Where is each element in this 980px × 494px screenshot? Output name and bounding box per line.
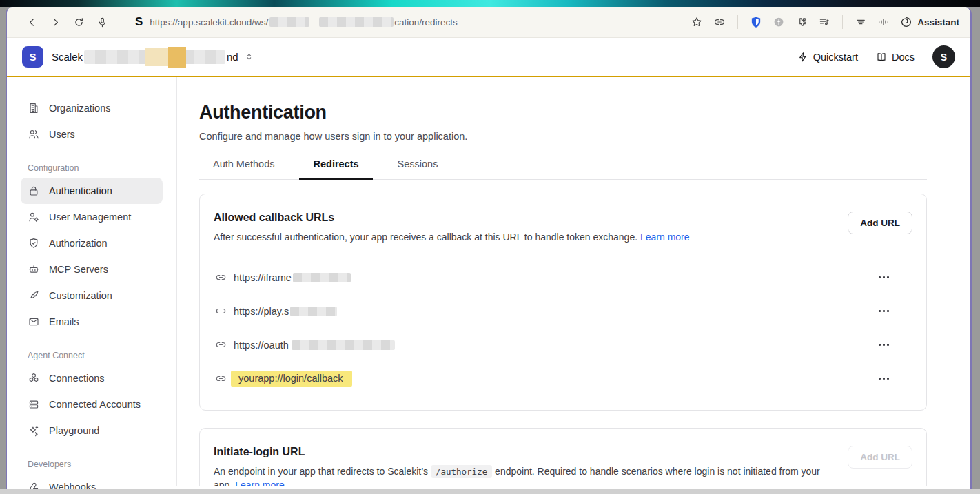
forward-icon	[50, 17, 61, 28]
playlist-icon	[818, 16, 830, 28]
copy-link-button[interactable]	[711, 13, 728, 31]
link-icon	[214, 305, 227, 318]
learn-more-link[interactable]: Learn more	[640, 231, 690, 243]
back-icon	[26, 17, 38, 28]
learn-more-link[interactable]: Learn more	[235, 480, 285, 486]
workspace-name-prefix: Scalek	[52, 51, 83, 63]
sidebar-item-emails[interactable]: Emails	[21, 309, 163, 335]
password-manager-extension-button[interactable]	[747, 13, 765, 31]
workspace-name-redacted	[84, 50, 225, 64]
assistant-swirl-icon	[900, 16, 912, 28]
sidebar-item-authorization[interactable]: Authorization	[21, 230, 163, 256]
callback-url-list: https://iframe https://play.s https://oa…	[214, 260, 912, 395]
webhook-icon	[28, 481, 40, 489]
url-redacted-segment	[292, 340, 395, 350]
tab-redirects[interactable]: Redirects	[299, 158, 372, 180]
sidebar-item-organizations[interactable]: Organizations	[21, 95, 163, 121]
link-icon	[713, 16, 726, 28]
sidebar-item-mcp-servers[interactable]: MCP Servers	[21, 256, 163, 282]
sidebar-item-connections[interactable]: Connections	[21, 365, 163, 391]
callback-url-row: https://oauth	[214, 328, 912, 362]
sidebar-item-user-management[interactable]: User Management	[21, 204, 163, 230]
link-icon	[214, 372, 227, 386]
waveform-icon	[877, 16, 890, 28]
url-row-menu-button[interactable]	[875, 306, 893, 316]
card-title: Allowed callback URLs	[214, 212, 690, 224]
bookmark-button[interactable]	[688, 13, 706, 31]
url-row-menu-button[interactable]	[875, 272, 893, 282]
quickstart-label: Quickstart	[813, 52, 858, 63]
callback-url-row: https://play.s	[214, 294, 912, 328]
sidebar-item-playground[interactable]: Playground	[21, 418, 163, 444]
lightning-icon	[797, 52, 808, 63]
forward-button[interactable]	[45, 12, 65, 32]
initiate-login-url-card: Initiate-login URL An endpoint in your a…	[199, 428, 927, 486]
assistant-button[interactable]: Assistant	[900, 16, 959, 28]
app-header: S Scalek nd Quickstart Docs S	[7, 38, 970, 77]
sidebar-item-users[interactable]: Users	[21, 121, 163, 147]
sidebar: Organizations Users Configuration Authen…	[7, 77, 177, 486]
sidebar-item-label: User Management	[49, 212, 131, 223]
quickstart-button[interactable]: Quickstart	[797, 52, 858, 63]
docs-button[interactable]: Docs	[876, 52, 915, 63]
workspace-name-suffix: nd	[227, 51, 238, 63]
browser-toolbar: S https://app.scalekit.cloud/ws/ cation/…	[7, 7, 970, 38]
stack-icon	[28, 398, 40, 411]
callback-url-row: https://iframe	[214, 260, 912, 294]
url-redacted-segment	[293, 273, 351, 282]
building-icon	[28, 102, 40, 114]
sidebar-section-configuration: Configuration	[21, 158, 163, 178]
main-content: Authentication Configure and manage how …	[177, 77, 970, 486]
sidebar-item-label: Playground	[49, 425, 99, 436]
gray-circle-extension-icon	[773, 16, 785, 28]
callback-url-text: https://oauth	[234, 340, 289, 351]
card-description-text: An endpoint in your app that redirects t…	[214, 466, 428, 477]
extensions-button[interactable]	[793, 13, 810, 31]
url-row-menu-button[interactable]	[875, 373, 893, 384]
sidebar-item-label: Users	[49, 129, 75, 140]
media-queue-button[interactable]	[815, 13, 833, 31]
window-bottom-edge	[0, 489, 980, 494]
audio-controls-button[interactable]	[875, 13, 892, 31]
sidebar-item-authentication[interactable]: Authentication	[21, 178, 163, 204]
link-icon	[214, 271, 227, 285]
add-url-button[interactable]: Add URL	[848, 212, 912, 234]
chevron-updown-icon	[244, 52, 254, 62]
address-bar[interactable]: https://app.scalekit.cloud/ws/ cation/re…	[150, 17, 457, 28]
sidebar-item-label: Connected Accounts	[49, 399, 141, 410]
url-redacted-segment	[319, 17, 394, 27]
brush-icon	[28, 289, 40, 302]
scalekit-logo: S	[22, 46, 43, 68]
tab-sessions[interactable]: Sessions	[384, 158, 452, 180]
sidebar-item-webhooks[interactable]: Webhooks	[21, 474, 163, 489]
url-row-menu-button[interactable]	[875, 340, 893, 350]
microphone-button[interactable]	[92, 12, 112, 32]
tab-auth-methods[interactable]: Auth Methods	[199, 158, 288, 180]
sidebar-item-customization[interactable]: Customization	[21, 282, 163, 309]
sidebar-item-label: Webhooks	[49, 482, 96, 489]
card-description: An endpoint in your app that redirects t…	[214, 464, 837, 486]
robot-icon	[28, 263, 40, 276]
disabled-extension-button[interactable]	[770, 13, 788, 31]
page-subtitle: Configure and manage how users sign in t…	[199, 131, 970, 142]
card-description: After successful authentication, your ap…	[214, 230, 690, 244]
desktop-background: S https://app.scalekit.cloud/ws/ cation/…	[0, 0, 980, 494]
sidebar-item-connected-accounts[interactable]: Connected Accounts	[21, 391, 163, 418]
sidebar-item-label: Authentication	[49, 185, 112, 196]
user-gear-icon	[28, 211, 40, 223]
sidebar-item-label: Connections	[49, 373, 105, 384]
sidebar-item-label: Emails	[49, 316, 79, 327]
workspace-switcher[interactable]: Scalek nd	[52, 50, 254, 64]
shield-check-icon	[28, 237, 40, 249]
toolbar-divider	[737, 15, 738, 29]
link-icon	[214, 338, 227, 352]
url-prefix: https://app.scalekit.cloud/ws/	[150, 17, 268, 28]
url-suffix: cation/redirects	[394, 17, 458, 28]
assistant-label: Assistant	[917, 17, 959, 28]
microphone-icon	[96, 17, 108, 28]
shield-extension-icon	[750, 16, 762, 28]
back-button[interactable]	[22, 12, 41, 32]
reload-button[interactable]	[69, 12, 88, 32]
user-avatar[interactable]: S	[932, 45, 955, 68]
reader-mode-button[interactable]	[852, 13, 870, 31]
